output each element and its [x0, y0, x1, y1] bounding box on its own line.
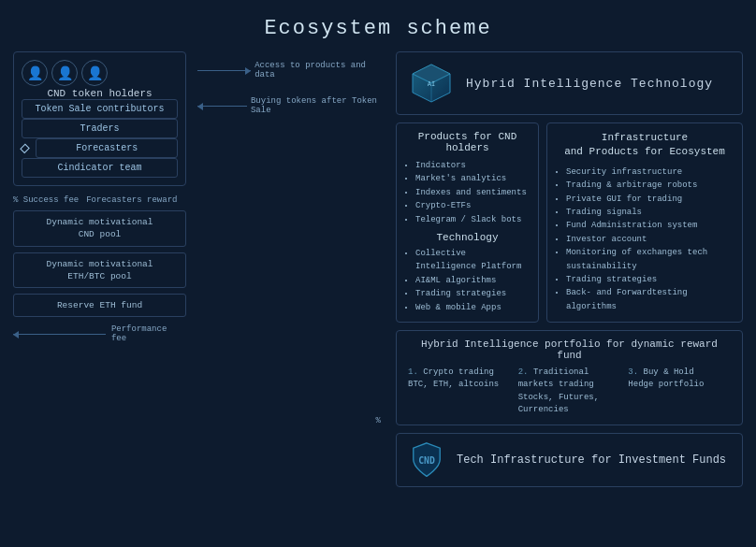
right-panel: AI Hybrid Intelligence Technology Produc… [396, 51, 743, 538]
tech-item-4: Web & mobile Apps [415, 301, 531, 314]
forecasters-btn[interactable]: Forecasters [36, 138, 178, 158]
infra-item-1: Security infrastructure [566, 166, 734, 179]
shield-icon: CND [408, 441, 445, 479]
avatars-row: 👤 👤 👤 [22, 60, 178, 86]
product-item-3: Indexes and sentiments [415, 186, 531, 199]
hybrid-tech-title: Hybrid Intelligence Technology [466, 77, 713, 91]
portfolio-col1-title: Crypto trading [423, 367, 494, 377]
access-arrow: Access to products and data [197, 61, 385, 79]
portfolio-title: Hybrid Intelligence portfolio for dynami… [408, 338, 731, 361]
infra-item-8: Trading strategies [566, 273, 734, 286]
infra-title: Infrastructure and Products for Ecosyste… [555, 131, 734, 160]
reserve-eth-box: Reserve ETH fund [13, 294, 186, 317]
perf-fee-row: Performance fee [13, 324, 186, 343]
percent-label: % [197, 416, 385, 425]
tech-infra-box: CND Tech Infrastructure for Investment F… [396, 433, 743, 487]
cnd-pool-box: Dynamic motivational CND pool [13, 210, 186, 247]
perf-fee-arrow [13, 334, 106, 335]
token-holders-box: 👤 👤 👤 CND token holders Token Sale contr… [13, 51, 186, 186]
infra-item-2: Trading & arbitrage robots [566, 179, 734, 192]
tech-item-1: Collective Intelligence Platform [415, 247, 531, 274]
fee-row: % Success fee Forecasters reward [13, 195, 186, 205]
product-item-4: Crypto-ETFs [415, 199, 531, 212]
avatar-2: 👤 [51, 60, 78, 86]
diamond-icon [20, 143, 30, 153]
infra-item-9: Back- and Forwardtesting algorithms [566, 286, 734, 313]
svg-text:AI: AI [428, 80, 435, 88]
infra-item-4: Trading signals [566, 206, 734, 219]
access-label: Access to products and data [254, 61, 385, 79]
product-item-1: Indicators [415, 159, 531, 172]
infrastructure-box: Infrastructure and Products for Ecosyste… [546, 122, 743, 323]
buying-arrow: Buying tokens after Token Sale [197, 96, 385, 115]
forecasters-reward-label: Forecasters reward [86, 195, 177, 205]
buying-arrow-line [197, 106, 247, 107]
portfolio-col2-sub: Stocks, Futures, Currencies [518, 393, 599, 415]
portfolio-col2-title: Traditional markets trading [518, 367, 594, 390]
hybrid-tech-box: AI Hybrid Intelligence Technology [396, 51, 743, 115]
buying-label: Buying tokens after Token Sale [251, 96, 385, 115]
tech-item-3: Trading strategies [415, 287, 531, 300]
portfolio-col3-title: Buy & Hold [644, 367, 694, 377]
avatar-1: 👤 [22, 60, 48, 86]
portfolio-col-1: 1. Crypto trading BTC, ETH, altcoins [408, 367, 511, 417]
portfolio-col-2: 2. Traditional markets trading Stocks, F… [518, 367, 621, 417]
ai-cube-icon: AI [408, 60, 455, 107]
infra-item-7: Monitoring of exchanges tech sustainabil… [566, 246, 734, 273]
product-item-5: Telegram / Slack bots [415, 213, 531, 226]
access-arrow-line [197, 70, 251, 71]
success-fee-label: % Success fee [13, 195, 79, 205]
tech-list: Collective Intelligence Platform AI&ML a… [404, 247, 531, 314]
product-item-2: Market's analytics [415, 172, 531, 185]
bottom-left-section: % Success fee Forecasters reward Dynamic… [13, 195, 186, 343]
cindicator-team-btn[interactable]: Cindicator team [22, 158, 178, 178]
token-holders-label: CND token holders [22, 88, 178, 99]
svg-text:CND: CND [418, 455, 435, 466]
tech-item-2: AI&ML algorithms [415, 274, 531, 287]
infra-list: Security infrastructure Trading & arbitr… [555, 166, 734, 313]
infra-item-3: Private GUI for trading [566, 193, 734, 206]
infra-item-6: Investor account [566, 233, 734, 246]
products-infra-row: Products for CND holders Indicators Mark… [396, 122, 743, 323]
portfolio-col3-sub: Hedge portfolio [628, 380, 704, 389]
products-box: Products for CND holders Indicators Mark… [396, 122, 539, 323]
percent-indicator: % [197, 416, 385, 538]
infra-item-5: Fund Administration system [566, 219, 734, 232]
products-list: Indicators Market's analytics Indexes an… [404, 159, 531, 226]
portfolio-col-3: 3. Buy & Hold Hedge portfolio [628, 367, 731, 417]
portfolio-cols: 1. Crypto trading BTC, ETH, altcoins 2. … [408, 367, 731, 417]
page-title: Ecosystem scheme [0, 0, 756, 51]
token-sale-btn[interactable]: Token Sale contributors [22, 99, 178, 119]
perf-fee-label: Performance fee [111, 324, 186, 343]
portfolio-box: Hybrid Intelligence portfolio for dynami… [396, 330, 743, 425]
avatar-3: 👤 [81, 60, 108, 86]
tech-infra-title: Tech Infrastructure for Investment Funds [457, 453, 726, 467]
middle-connectors: Access to products and data Buying token… [197, 51, 385, 538]
eth-pool-box: Dynamic motivational ETH/BTC pool [13, 252, 186, 289]
products-title: Products for CND holders [404, 131, 531, 153]
portfolio-col1-sub: BTC, ETH, altcoins [408, 380, 499, 389]
traders-btn[interactable]: Traders [22, 119, 178, 138]
tech-section-title: Technology [404, 232, 531, 243]
forecasters-row: Forecasters [22, 138, 178, 158]
